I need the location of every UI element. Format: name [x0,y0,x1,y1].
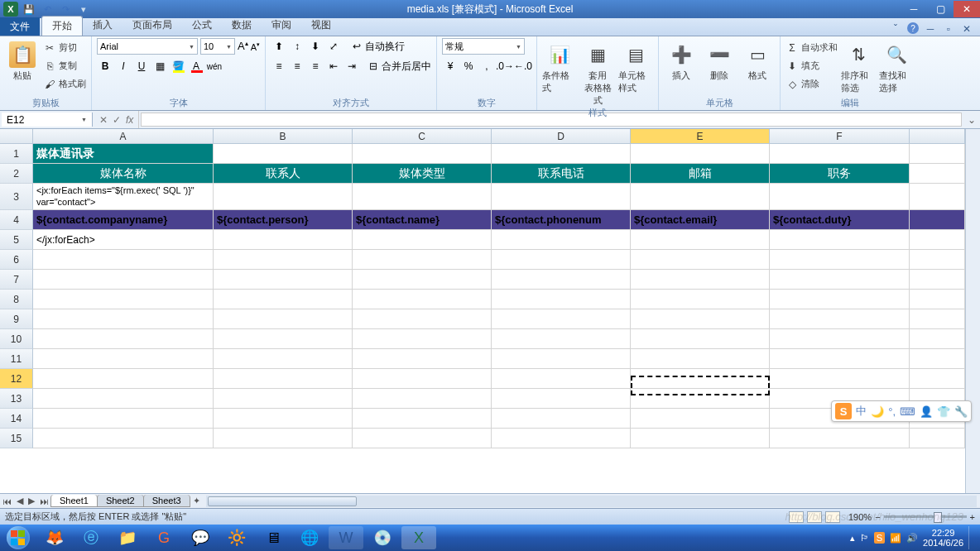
cell-C4[interactable]: ${contact.name} [353,210,492,230]
cell-A15[interactable] [33,429,214,448]
currency-icon[interactable]: ¥ [442,58,459,74]
cancel-formula-icon[interactable]: ✕ [99,114,108,126]
row-header-15[interactable]: 15 [0,429,33,448]
merge-center-button[interactable]: 合并后居中 [382,60,431,74]
cell-A2[interactable]: 媒体名称 [33,164,214,184]
cell-F3[interactable] [770,184,910,210]
cell-A14[interactable] [33,409,214,429]
fill-color-button[interactable]: 🪣 [170,58,186,74]
ribbon-tab-1[interactable]: 插入 [83,16,122,36]
cell-B2[interactable]: 联系人 [214,164,353,184]
font-name-select[interactable]: Arial▼ [97,38,198,55]
cell-B11[interactable] [214,349,353,369]
sort-filter-button[interactable]: ⇅排序和筛选 [841,38,876,94]
cell-A4[interactable]: ${contact.companyname} [33,210,214,230]
cell-E3[interactable] [631,184,770,210]
ribbon-tab-6[interactable]: 视图 [301,16,341,36]
cut-button[interactable]: ✂剪切 [43,40,86,55]
cell-A8[interactable] [33,290,214,309]
row-header-2[interactable]: 2 [0,164,33,184]
italic-button[interactable]: I [115,58,132,74]
indent-increase-icon[interactable]: ⇥ [343,58,360,74]
decrease-font-icon[interactable]: A▾ [251,41,260,52]
ime-user-icon[interactable]: 👤 [920,405,933,418]
sheet-nav-prev-icon[interactable]: ◀ [14,496,26,506]
maximize-button[interactable]: ▢ [927,1,954,17]
cell-A3[interactable]: <jx:forEach items="${rm.exec(' SQL ')}" … [33,184,214,210]
fx-icon[interactable]: fx [126,114,133,126]
file-tab[interactable]: 文件 [0,17,40,36]
copy-button[interactable]: ⎘复制 [43,58,86,74]
number-format-select[interactable]: 常规▼ [442,38,525,55]
taskbar-app2-icon[interactable]: 💬 [183,526,218,549]
cell-F10[interactable] [770,329,910,349]
cell-C10[interactable] [353,329,492,349]
increase-decimal-icon[interactable]: .0→ [497,58,513,74]
cell-E1[interactable] [631,144,770,164]
cell-B14[interactable] [214,409,353,429]
cell-B12[interactable] [214,369,353,389]
sheet-nav-next-icon[interactable]: ▶ [26,496,37,506]
row-header-12[interactable]: 12 [0,369,33,389]
tray-flag-icon[interactable]: 🏳 [860,533,869,543]
decrease-decimal-icon[interactable]: ←.0 [515,58,531,74]
show-desktop-button[interactable] [968,526,975,549]
taskbar-chrome-icon[interactable]: 🌐 [292,526,327,549]
row-header-13[interactable]: 13 [0,389,33,409]
minimize-ribbon-icon[interactable]: ˇ [889,22,902,36]
cell-C8[interactable] [353,290,492,309]
cell-C6[interactable] [353,250,492,270]
tray-network-icon[interactable]: 📶 [890,533,901,544]
taskbar-app5-icon[interactable]: 💿 [365,526,400,549]
col-header-F[interactable]: F [770,129,910,143]
cell-D4[interactable]: ${contact.phonenum [492,210,631,230]
sogou-icon[interactable]: S [835,403,852,419]
border-button[interactable]: ▦ [151,58,168,74]
save-icon[interactable]: 💾 [22,2,36,17]
clear-button[interactable]: ◇清除 [785,76,838,92]
cell-D1[interactable] [492,144,631,164]
fill-button[interactable]: ⬇填充 [785,58,838,74]
orientation-icon[interactable]: ⤢ [325,38,342,55]
cell-B5[interactable] [214,230,353,250]
taskbar-word-icon[interactable]: W [329,526,363,549]
row-header-9[interactable]: 9 [0,309,33,329]
cell-D13[interactable] [492,389,631,409]
enter-formula-icon[interactable]: ✓ [113,114,121,126]
cell-F2[interactable]: 职务 [770,164,910,184]
cell-A1[interactable]: 媒体通讯录 [33,144,214,164]
cell-A11[interactable] [33,349,214,369]
sheet-tab-1[interactable]: Sheet2 [97,495,144,507]
cell-B15[interactable] [214,429,353,448]
row-header-14[interactable]: 14 [0,409,33,429]
clock[interactable]: 22:29 2014/6/26 [923,528,963,548]
cell-F15[interactable] [770,429,910,448]
ime-toolbar[interactable]: S 中 🌙 °, ⌨ 👤 👕 🔧 [831,400,972,422]
cell-A6[interactable] [33,250,214,270]
vertical-scrollbar[interactable] [965,129,980,493]
phonetic-button[interactable]: wén [206,58,223,74]
cell-F4[interactable]: ${contact.duty} [770,210,910,230]
expand-formula-icon[interactable]: ⌄ [963,111,980,128]
cell-D3[interactable] [492,184,631,210]
row-header-10[interactable]: 10 [0,329,33,349]
wrap-text-button[interactable]: 自动换行 [365,40,405,54]
cell-E4[interactable]: ${contact.email} [631,210,770,230]
paste-button[interactable]: 📋 粘贴 [5,38,40,82]
tray-expand-icon[interactable]: ▴ [850,533,855,544]
cell-D6[interactable] [492,250,631,270]
tray-volume-icon[interactable]: 🔊 [906,533,918,544]
cell-D15[interactable] [492,429,631,448]
table-format-button[interactable]: ▦套用 表格格式 [580,38,615,107]
sheet-nav-last-icon[interactable]: ⏭ [37,496,51,506]
cell-B9[interactable] [214,309,353,329]
cell-D5[interactable] [492,230,631,250]
align-top-icon[interactable]: ⬆ [271,38,287,55]
bold-button[interactable]: B [97,58,113,74]
align-middle-icon[interactable]: ↕ [289,38,305,55]
cell-C2[interactable]: 媒体类型 [353,164,492,184]
cell-B8[interactable] [214,290,353,309]
cell-F7[interactable] [770,270,910,290]
workbook-close-icon[interactable]: ✕ [960,22,973,36]
align-right-icon[interactable]: ≡ [307,58,324,74]
